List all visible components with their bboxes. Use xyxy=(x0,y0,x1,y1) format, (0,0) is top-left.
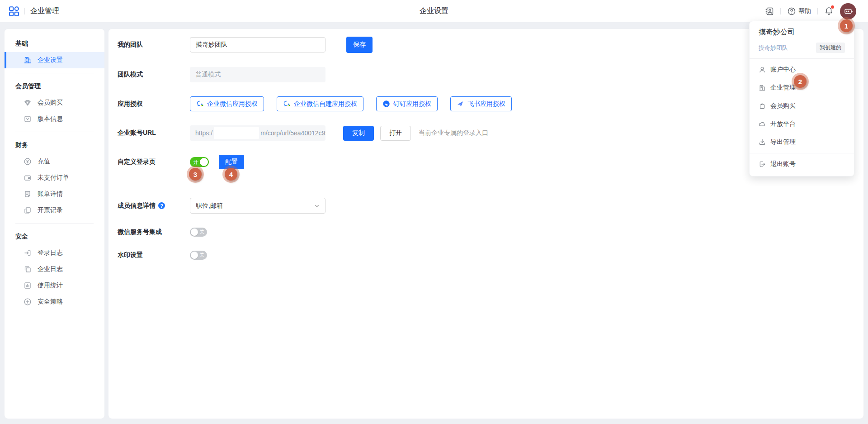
user-avatar[interactable] xyxy=(840,3,856,19)
topbar-divider xyxy=(817,8,818,14)
sidebar-item-unpaid-orders[interactable]: 未支付订单 xyxy=(5,170,104,186)
save-button[interactable]: 保存 xyxy=(346,37,373,53)
sidebar-item-label: 使用统计 xyxy=(38,281,63,290)
sidebar-item-label: 企业日志 xyxy=(38,265,63,273)
sidebar-item-enterprise-settings[interactable]: 企业设置 xyxy=(5,52,104,68)
corp-url-redaction xyxy=(214,127,259,139)
copy-url-button[interactable]: 复制 xyxy=(343,126,374,141)
auth-button-label: 企业微信自建应用授权 xyxy=(294,100,357,108)
configure-login-button[interactable]: 配置 xyxy=(219,155,244,169)
menu-item-logout[interactable]: 退出账号 xyxy=(750,155,854,173)
page-title: 企业设置 xyxy=(420,6,448,16)
sidebar-item-login-logs[interactable]: 登录日志 xyxy=(5,245,104,261)
sidebar-item-label: 未支付订单 xyxy=(38,174,69,182)
toggle-knob xyxy=(200,158,208,166)
invoice-icon xyxy=(24,206,32,214)
corp-url-suffix: m/corp/url/5ea40012c956... xyxy=(260,129,326,137)
menu-item-open-platform[interactable]: 开放平台 xyxy=(750,115,854,133)
bill-icon xyxy=(24,190,32,198)
top-bar: 企业管理 企业设置 xyxy=(0,0,868,22)
gem-icon xyxy=(24,99,32,107)
member-info-value: 职位,邮箱 xyxy=(196,202,223,210)
wallet-icon xyxy=(24,174,32,182)
wecom-selfbuilt-auth-button[interactable]: 企业微信自建应用授权 xyxy=(277,96,363,111)
sidebar-divider xyxy=(15,132,94,132)
dingtalk-icon xyxy=(382,100,390,108)
annotation-step-3: 3 xyxy=(189,168,202,181)
toggle-off-label: 关 xyxy=(199,229,204,234)
building-icon xyxy=(24,56,32,64)
custom-login-label: 自定义登录页 xyxy=(118,158,190,166)
current-team-link[interactable]: 摸奇妙团队 xyxy=(759,44,788,52)
wecom-icon xyxy=(196,100,204,108)
toggle-on-label: 开 xyxy=(193,159,198,165)
menu-item-label: 退出账号 xyxy=(770,160,796,168)
menu-item-label: 企业管理 xyxy=(770,84,796,92)
menu-item-label: 开放平台 xyxy=(770,120,796,128)
wecom-auth-button[interactable]: 企业微信应用授权 xyxy=(190,96,264,111)
sidebar-section-membership: 会员管理 xyxy=(5,78,104,95)
sidebar-item-security-policy[interactable]: 安全策略 xyxy=(5,294,104,310)
menu-item-export-management[interactable]: 导出管理 xyxy=(750,133,854,151)
app-title: 企业管理 xyxy=(30,6,59,16)
auth-button-label: 飞书应用授权 xyxy=(467,100,505,108)
sidebar-item-label: 开票记录 xyxy=(38,206,63,214)
bag-icon xyxy=(759,102,766,110)
sidebar-divider xyxy=(15,223,94,224)
corp-url-prefix: https:/ xyxy=(195,129,212,137)
auth-button-label: 钉钉应用授权 xyxy=(393,100,431,108)
cloud-icon xyxy=(759,120,766,128)
team-mode-label: 团队模式 xyxy=(118,71,190,79)
avatar-face-icon xyxy=(842,5,854,17)
download-icon xyxy=(759,138,766,146)
dropdown-divider xyxy=(750,153,854,153)
watermark-toggle[interactable]: 关 xyxy=(190,251,207,260)
sidebar-item-label: 安全策略 xyxy=(38,298,63,306)
sidebar-item-usage-stats[interactable]: 使用统计 xyxy=(5,277,104,294)
sidebar-item-bill-details[interactable]: 账单详情 xyxy=(5,186,104,202)
topbar-divider xyxy=(24,8,25,14)
sidebar-item-invoice-records[interactable]: 开票记录 xyxy=(5,202,104,219)
yuan-coin-icon xyxy=(24,157,32,166)
sidebar-section-security: 安全 xyxy=(5,228,104,245)
sidebar-item-enterprise-logs[interactable]: 企业日志 xyxy=(5,261,104,277)
team-name-input[interactable] xyxy=(190,37,326,52)
owner-badge: 我创建的 xyxy=(816,43,845,53)
toggle-knob xyxy=(191,229,198,236)
open-url-button[interactable]: 打开 xyxy=(380,126,411,141)
logout-icon xyxy=(759,161,766,168)
sidebar-item-version-info[interactable]: 版本信息 xyxy=(5,111,104,127)
menu-item-label: 导出管理 xyxy=(770,138,796,146)
team-mode-value: 普通模式 xyxy=(190,67,326,82)
address-book-icon xyxy=(765,7,774,16)
toggle-knob xyxy=(191,252,198,259)
enterprise-log-icon xyxy=(24,265,32,273)
custom-login-toggle[interactable]: 开 xyxy=(190,157,209,167)
corp-url-label: 企业账号URL xyxy=(118,129,190,137)
feishu-auth-button[interactable]: 飞书应用授权 xyxy=(450,96,512,111)
sidebar-section-basic: 基础 xyxy=(5,35,104,52)
member-info-select[interactable]: 职位,邮箱 xyxy=(190,198,326,214)
sidebar-section-finance: 财务 xyxy=(5,137,104,153)
notifications-button[interactable] xyxy=(824,6,834,16)
menu-item-member-purchase[interactable]: 会员购买 xyxy=(750,97,854,115)
help-question-icon[interactable]: ? xyxy=(158,202,165,209)
contacts-book-button[interactable] xyxy=(765,7,774,16)
sidebar-item-recharge[interactable]: 充值 xyxy=(5,153,104,170)
feishu-icon xyxy=(457,100,464,108)
security-policy-icon xyxy=(24,298,32,306)
dingtalk-auth-button[interactable]: 钉钉应用授权 xyxy=(376,96,438,111)
sidebar-item-member-purchase[interactable]: 会员购买 xyxy=(5,95,104,111)
sidebar-item-label: 版本信息 xyxy=(38,115,63,123)
member-info-label: 成员信息详情 ? xyxy=(118,202,190,210)
watermark-label: 水印设置 xyxy=(118,251,190,259)
menu-item-label: 会员购买 xyxy=(770,102,796,110)
help-button[interactable]: 帮助 xyxy=(787,7,811,16)
watermark-row: 水印设置 关 xyxy=(118,251,863,260)
toggle-off-label: 关 xyxy=(199,252,204,257)
stats-icon xyxy=(24,281,32,290)
wechat-service-label: 微信服务号集成 xyxy=(118,228,190,236)
wechat-service-toggle[interactable]: 关 xyxy=(190,228,207,237)
dropdown-divider xyxy=(750,58,854,59)
app-grid-logo-icon[interactable] xyxy=(9,6,19,16)
